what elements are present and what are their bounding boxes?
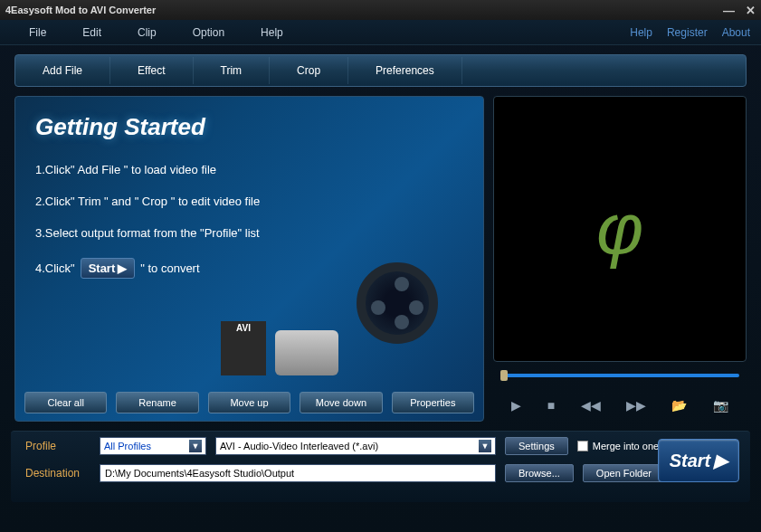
merge-checkbox[interactable] bbox=[577, 441, 588, 451]
play-icon: ▶ bbox=[714, 450, 728, 471]
menubar: File Edit Clip Option Help Help Register… bbox=[0, 20, 761, 45]
rename-button[interactable]: Rename bbox=[116, 392, 198, 413]
bottom-form: Profile All Profiles ▼ AVI - Audio-Video… bbox=[11, 431, 750, 502]
start-button[interactable]: Start ▶ bbox=[658, 439, 739, 482]
guide-step-1: 1.Click" Add File " to load video file bbox=[35, 163, 463, 176]
trim-button[interactable]: Trim bbox=[194, 57, 271, 84]
move-down-button[interactable]: Move down bbox=[300, 392, 382, 413]
prev-button[interactable]: ◀◀ bbox=[581, 398, 601, 413]
open-media-button[interactable]: 📂 bbox=[671, 398, 687, 413]
profile-combo[interactable]: AVI - Audio-Video Interleaved (*.avi) ▼ bbox=[215, 437, 496, 455]
guide-step-3: 3.Select output format from the "Profile… bbox=[35, 226, 463, 240]
add-file-button[interactable]: Add File bbox=[15, 57, 110, 84]
destination-input[interactable] bbox=[100, 464, 496, 482]
menu-help[interactable]: Help bbox=[243, 23, 301, 43]
open-folder-button[interactable]: Open Folder bbox=[583, 464, 665, 482]
film-reel-icon bbox=[357, 262, 465, 371]
move-up-button[interactable]: Move up bbox=[208, 392, 290, 413]
snapshot-button[interactable]: 📷 bbox=[713, 398, 728, 413]
about-link[interactable]: About bbox=[722, 26, 750, 39]
window-title: 4Easysoft Mod to AVI Converter bbox=[5, 5, 723, 15]
inline-start-icon: Start▶ bbox=[81, 258, 136, 279]
profile-label: Profile bbox=[25, 440, 90, 452]
crop-button[interactable]: Crop bbox=[270, 57, 348, 84]
next-button[interactable]: ▶▶ bbox=[626, 398, 646, 413]
progress-slider[interactable] bbox=[500, 374, 739, 377]
clear-all-button[interactable]: Clear all bbox=[24, 392, 107, 413]
slider-thumb[interactable] bbox=[500, 370, 508, 381]
step4-pre: 4.Click" bbox=[35, 261, 75, 275]
preview-video[interactable]: φ bbox=[493, 96, 747, 362]
play-button[interactable]: ▶ bbox=[511, 398, 521, 413]
preview-panel: φ ▶ ■ ◀◀ ▶▶ 📂 📷 bbox=[493, 96, 747, 422]
menu-option[interactable]: Option bbox=[175, 23, 243, 43]
profile-filter-combo[interactable]: All Profiles ▼ bbox=[100, 437, 206, 455]
content-panel: Getting Started 1.Click" Add File " to l… bbox=[14, 96, 484, 422]
avi-file-icon: AVI bbox=[221, 321, 266, 375]
guide-step-2: 2.Click" Trim " and " Crop " to edit vid… bbox=[35, 195, 463, 208]
register-link[interactable]: Register bbox=[667, 26, 708, 39]
properties-button[interactable]: Properties bbox=[392, 392, 474, 413]
profile-value: AVI - Audio-Video Interleaved (*.avi) bbox=[220, 441, 378, 451]
start-label: Start bbox=[670, 451, 711, 471]
effect-button[interactable]: Effect bbox=[110, 57, 193, 84]
preferences-button[interactable]: Preferences bbox=[348, 57, 462, 84]
profile-filter-value: All Profiles bbox=[104, 441, 151, 451]
chevron-down-icon: ▼ bbox=[189, 440, 202, 452]
chevron-down-icon: ▼ bbox=[479, 440, 491, 452]
toolbar: Add File Effect Trim Crop Preferences bbox=[14, 54, 747, 87]
titlebar: 4Easysoft Mod to AVI Converter — ✕ bbox=[0, 0, 761, 20]
stop-button[interactable]: ■ bbox=[547, 398, 555, 413]
menu-clip[interactable]: Clip bbox=[119, 23, 175, 43]
destination-label: Destination bbox=[25, 467, 90, 480]
settings-button[interactable]: Settings bbox=[505, 437, 568, 455]
minimize-button[interactable]: — bbox=[723, 4, 735, 17]
step4-post: " to convert bbox=[140, 261, 199, 275]
help-link[interactable]: Help bbox=[630, 26, 652, 39]
logo-icon: φ bbox=[596, 187, 643, 271]
close-button[interactable]: ✕ bbox=[746, 4, 756, 17]
guide-title: Getting Started bbox=[35, 113, 463, 141]
camcorder-icon bbox=[275, 330, 338, 375]
menu-file[interactable]: File bbox=[11, 23, 64, 43]
menu-edit[interactable]: Edit bbox=[64, 23, 119, 43]
browse-button[interactable]: Browse... bbox=[505, 464, 574, 482]
